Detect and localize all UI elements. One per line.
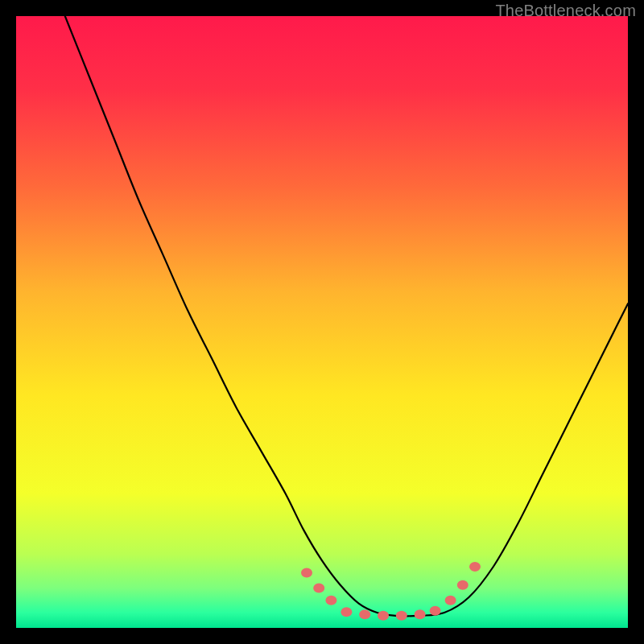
watermark-label: TheBottleneck.com — [495, 2, 636, 20]
marker-dot — [325, 596, 336, 605]
marker-dot — [430, 606, 441, 616]
gradient-background — [16, 16, 628, 628]
bottleneck-chart — [16, 16, 628, 628]
marker-dot — [341, 607, 352, 617]
marker-dot — [378, 611, 389, 621]
chart-frame: TheBottleneck.com — [0, 0, 644, 644]
marker-dot — [445, 596, 456, 605]
marker-dot — [396, 611, 407, 621]
marker-dot — [469, 562, 481, 572]
marker-dot — [313, 584, 324, 593]
marker-dot — [359, 609, 370, 619]
marker-dot — [301, 568, 312, 578]
chart-plot-area — [16, 16, 628, 628]
marker-dot — [415, 609, 426, 619]
marker-dot — [457, 580, 469, 590]
